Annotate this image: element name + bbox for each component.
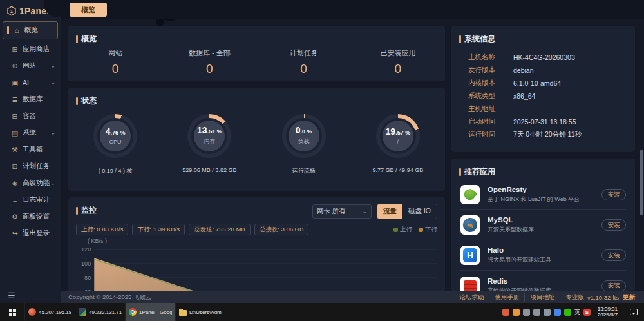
stat-value[interactable]: 0 bbox=[351, 62, 445, 76]
sidebar-item[interactable]: ⚙ 面板设置 ⌄ bbox=[0, 208, 61, 225]
taskbar-item[interactable]: 49.232.131.71 [ad... bbox=[75, 303, 125, 321]
footer-link[interactable]: 项目地址 bbox=[524, 293, 560, 302]
taskbar-clock[interactable]: 13:39:31 2025/8/7 bbox=[598, 306, 618, 318]
sidebar-item-label: 高级功能 bbox=[23, 179, 50, 188]
sidebar-item[interactable]: ⊡ 计划任务 ⌄ bbox=[0, 158, 61, 175]
legend-swatch bbox=[419, 228, 423, 232]
sidebar-item[interactable]: ↪ 退出登录 ⌄ bbox=[0, 225, 61, 242]
section-title: 监控 bbox=[81, 205, 97, 216]
gauge-label: 内存 bbox=[204, 137, 215, 146]
monitor-card: 监控 网卡 所有 ⌄ 流量 磁盘 IO bbox=[68, 197, 445, 291]
install-button[interactable]: 安装 bbox=[601, 249, 626, 261]
update-link[interactable]: 更新 bbox=[623, 293, 635, 302]
gauge-value: 19.57 % bbox=[386, 128, 411, 137]
app-row: Halo 强大易用的开源建站工具 安装 bbox=[460, 240, 626, 271]
sogou-icon[interactable]: S bbox=[583, 309, 591, 316]
section-title: 概览 bbox=[81, 34, 97, 44]
taskbar-item[interactable]: 1Panel - Google ... bbox=[125, 303, 175, 321]
sidebar-item[interactable]: ≣ 数据库 ⌄ bbox=[0, 91, 61, 108]
install-button[interactable]: 安装 bbox=[601, 219, 626, 231]
input-language-indicator[interactable]: 英 bbox=[574, 308, 580, 316]
start-button[interactable] bbox=[0, 303, 24, 321]
speaker-muted-icon[interactable] bbox=[533, 309, 540, 316]
sidebar-item-label: 网站 bbox=[23, 61, 36, 70]
legend-item[interactable]: 上行 bbox=[393, 226, 412, 234]
nic-select[interactable]: 网卡 所有 ⌄ bbox=[312, 204, 372, 219]
monitor-mode-button[interactable]: 磁盘 IO bbox=[402, 204, 437, 219]
info-label: 启动时间 bbox=[468, 117, 506, 126]
sidebar-item[interactable]: ⚒ 工具箱 ⌄ bbox=[0, 141, 61, 158]
monitor-mode-button[interactable]: 流量 bbox=[377, 204, 402, 219]
stat-value[interactable]: 0 bbox=[257, 62, 351, 76]
stat-value[interactable]: 0 bbox=[162, 62, 256, 76]
info-label: 主机地址 bbox=[468, 104, 506, 113]
sidebar-item[interactable]: ⌂ 概览 ⌄ bbox=[3, 21, 58, 39]
app-row: MySQL 开源关系型数据库 安装 bbox=[460, 210, 626, 240]
app-description: 高性能的开源键值数据库 bbox=[488, 287, 551, 292]
section-title: 推荐应用 bbox=[464, 166, 495, 177]
ai-icon: ▣ bbox=[10, 79, 20, 87]
left-column: 概览 网站 0 数据库 - 全部 0 bbox=[68, 26, 445, 291]
install-button[interactable]: 安装 bbox=[601, 189, 626, 200]
gauge-label: CPU bbox=[109, 139, 122, 145]
camera-icon[interactable] bbox=[523, 309, 530, 316]
sidebar-item-label: 退出登录 bbox=[23, 229, 50, 238]
sidebar-item[interactable]: ◈ 高级功能 ⌄ bbox=[0, 175, 61, 191]
notification-icon bbox=[630, 309, 638, 315]
system-info-row: 主机名称 HK-4C4G-20260303 bbox=[468, 51, 635, 64]
tray-app-orange-icon[interactable] bbox=[513, 309, 520, 316]
section-title: 状态 bbox=[81, 95, 97, 106]
gauge-sublabel: ( 0.19 / 4 ) 核 bbox=[99, 167, 133, 175]
footer-link[interactable]: 论坛求助 bbox=[454, 293, 489, 302]
sidebar-item[interactable]: ≡ 日志审计 ⌄ bbox=[0, 191, 61, 208]
sidebar-item-label: 面板设置 bbox=[23, 212, 50, 221]
app-row: OpenResty 基于 NGINX 和 LuaJIT 的 Web 平台 安装 bbox=[460, 180, 626, 210]
overview-stat: 网站 0 bbox=[68, 48, 162, 76]
home-icon: ⌂ bbox=[12, 26, 22, 34]
gauge-ring: 0.0 % 负载 bbox=[282, 114, 326, 158]
tab-overview[interactable]: 概览 bbox=[70, 3, 107, 17]
install-button[interactable]: 安装 bbox=[601, 280, 626, 292]
active-indicator bbox=[7, 26, 9, 34]
legend-item[interactable]: 下行 bbox=[419, 226, 437, 234]
gauge-sublabel: 529.06 MB / 3.82 GB bbox=[182, 167, 236, 173]
sidebar-item[interactable]: ⊟ 容器 ⌄ bbox=[0, 108, 61, 124]
gauge-ring: 19.57 % / bbox=[376, 114, 420, 158]
tray-app-red-icon[interactable] bbox=[502, 309, 509, 316]
taskbar-item[interactable]: 45.207.196.180 [0... bbox=[24, 303, 75, 321]
tray-app-blue-icon[interactable] bbox=[554, 309, 561, 316]
system-info-row: 发行版本 debian bbox=[468, 64, 635, 77]
sidebar-item[interactable]: ⊕ 网站 ⌄ bbox=[0, 57, 61, 74]
edition-label[interactable]: 专业版 bbox=[560, 293, 584, 302]
info-label: 主机名称 bbox=[468, 53, 506, 62]
page-content: 概览 网站 0 数据库 - 全部 0 bbox=[61, 19, 644, 291]
gauge: 4.76 % CPU ( 0.19 / 4 ) 核 bbox=[68, 114, 162, 175]
traffic-stat-chip: 总接收: 3.06 GB bbox=[254, 224, 309, 235]
traffic-stat-chip: 总发送: 755.28 MB bbox=[189, 224, 251, 235]
recommended-apps-card: 推荐应用 OpenResty 基于 NGINX 和 LuaJIT 的 Web 平… bbox=[451, 159, 635, 291]
app-name: OpenResty bbox=[488, 186, 580, 193]
stat-value[interactable]: 0 bbox=[68, 62, 162, 76]
scrollbar[interactable] bbox=[640, 150, 643, 215]
taskbar-item[interactable]: D:\Users\Adminis... bbox=[175, 303, 225, 321]
sidebar-collapse-button[interactable]: ☰ bbox=[8, 291, 15, 300]
monitor-stats-row: 上行: 0.83 KB/s下行: 1.39 KB/s总发送: 755.28 MB… bbox=[76, 224, 445, 235]
sidebar-item[interactable]: ▣ AI ⌄ bbox=[0, 74, 61, 91]
y-axis-tick: 80 bbox=[84, 275, 91, 281]
area-chart: 1201008060 bbox=[76, 246, 440, 291]
gauge-ring: 13.51 % 内存 bbox=[187, 114, 231, 158]
system-info-row: 运行时间 7天 0小时 20分钟 11秒 bbox=[468, 128, 635, 141]
footer-link[interactable]: 使用手册 bbox=[489, 293, 524, 302]
wechat-icon[interactable] bbox=[564, 309, 571, 316]
stat-label: 已安装应用 bbox=[351, 48, 445, 58]
section-bar bbox=[76, 97, 78, 105]
sidebar-item[interactable]: ⊞ 应用商店 ⌄ bbox=[0, 41, 61, 57]
sidebar-item[interactable]: ▤ 系统 ⌄ bbox=[0, 124, 61, 141]
overview-stat: 计划任务 0 bbox=[257, 48, 351, 76]
app-description: 强大易用的开源建站工具 bbox=[488, 256, 551, 264]
app-icon bbox=[460, 215, 480, 235]
action-center-button[interactable] bbox=[625, 309, 641, 315]
system-info-row: 内核版本 6.1.0-10-amd64 bbox=[468, 77, 635, 90]
network-icon[interactable] bbox=[544, 309, 551, 316]
sidebar-item-label: 应用商店 bbox=[23, 44, 50, 54]
